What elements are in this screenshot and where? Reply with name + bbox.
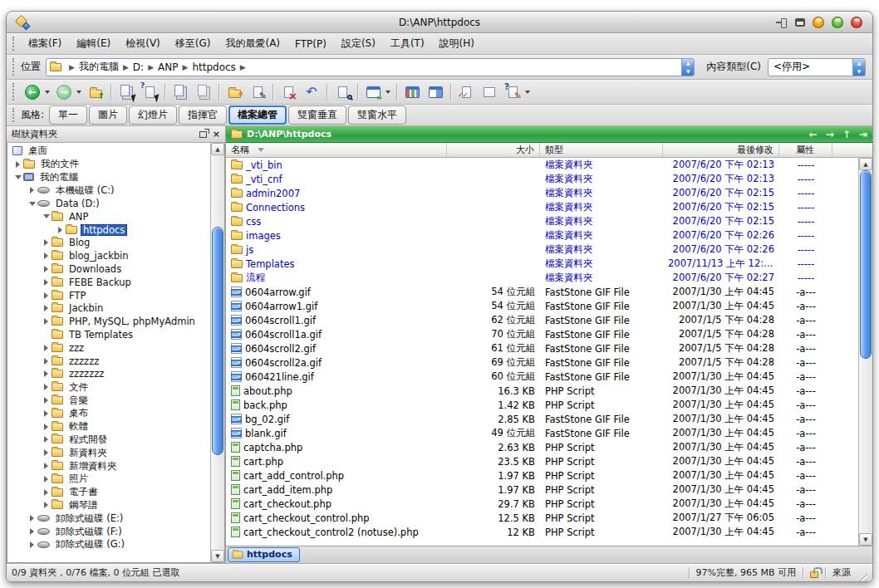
style-tab-slideshow[interactable]: 幻燈片: [129, 105, 177, 125]
unlock-icon[interactable]: [810, 571, 818, 578]
select-copy-button[interactable]: [115, 81, 137, 102]
tree-expander-icon[interactable]: [27, 515, 37, 522]
edit-properties-dropdown-icon[interactable]: [525, 91, 530, 94]
up-button[interactable]: ↑: [85, 81, 106, 102]
sync-panes-button[interactable]: »: [362, 81, 384, 102]
new-folder-button[interactable]: *: [223, 81, 245, 102]
tree-item-12[interactable]: Jackbin: [7, 302, 210, 316]
tree-expander-icon[interactable]: [41, 489, 52, 496]
tree-expander-icon[interactable]: [41, 449, 52, 456]
tab-httpdocs[interactable]: httpdocs: [228, 547, 300, 562]
tree-expander-icon[interactable]: [41, 318, 52, 325]
menu-item-edit[interactable]: 編輯(E): [69, 34, 118, 53]
tree-expander-icon[interactable]: [41, 370, 52, 377]
toolbar-grip[interactable]: [12, 83, 15, 100]
tree-expander-icon[interactable]: [41, 463, 52, 469]
content-type-spinner[interactable]: ▲▼: [852, 59, 865, 76]
menu-grip[interactable]: [12, 37, 15, 51]
tree-expander-icon[interactable]: [12, 161, 23, 168]
copy-button[interactable]: [169, 81, 191, 102]
tree-expander-icon[interactable]: [41, 476, 52, 483]
breadcrumb-spinner[interactable]: ▲▼: [681, 59, 694, 76]
tree-scroll-thumb[interactable]: [212, 227, 223, 456]
file-row-8[interactable]: 流程檔案資料夾2007/6/20 下午 02:27-----: [226, 271, 858, 285]
back-button[interactable]: ←: [22, 81, 43, 102]
rename-button[interactable]: ✎: [247, 81, 268, 102]
minimize-button[interactable]: [813, 17, 824, 28]
file-row-7[interactable]: Templates檔案資料夾2007/11/13 上午 12:15-----: [226, 257, 858, 271]
scroll-down-icon[interactable]: ▼: [859, 533, 872, 546]
file-row-3[interactable]: Connections檔案資料夾2007/6/20 下午 02:15-----: [226, 200, 858, 214]
column-header-1[interactable]: 大小: [447, 143, 540, 157]
file-row-22[interactable]: cart_add_control.php1.97 KBPHP Script200…: [226, 468, 858, 483]
style-tab-explorer[interactable]: 檔案總管: [228, 105, 287, 125]
file-row-15[interactable]: GIF060421line.gif60 位元組FastStone GIF Fil…: [226, 370, 858, 384]
scroll-down-icon[interactable]: ▼: [211, 550, 224, 562]
tree-expander-icon[interactable]: [41, 305, 52, 311]
tree-expander-icon[interactable]: [27, 187, 37, 194]
file-row-25[interactable]: cart_checkout_control.php12.5 KBPHP Scri…: [226, 511, 858, 525]
delete-button[interactable]: ×: [277, 81, 299, 102]
tree-expander-icon[interactable]: [41, 358, 52, 365]
file-row-10[interactable]: GIF0604arrow1.gif54 位元組FastStone GIF Fil…: [226, 299, 858, 313]
tree-item-25[interactable]: 照片: [7, 473, 210, 486]
tree-item-2[interactable]: 我的電腦: [7, 171, 210, 184]
menu-item-favorites[interactable]: 我的最愛(A): [218, 34, 287, 53]
tree-item-8[interactable]: blog_jackbin: [7, 249, 210, 262]
tree-item-22[interactable]: 程式開發: [7, 434, 210, 447]
file-row-23[interactable]: cart_add_item.php1.97 KBPHP Script2007/1…: [226, 483, 858, 497]
dual-pane-button[interactable]: [479, 81, 500, 102]
column-header-0[interactable]: 名稱: [226, 143, 447, 157]
tree-expander-icon[interactable]: [41, 384, 52, 390]
tree-expander-icon[interactable]: [41, 397, 52, 404]
undo-button[interactable]: ↶: [301, 81, 322, 102]
tree-item-16[interactable]: zzzzzz: [7, 355, 210, 368]
forward-arrow-icon[interactable]: →: [826, 129, 834, 140]
file-row-13[interactable]: GIF0604scroll2.gif61 位元組FastStone GIF Fi…: [226, 341, 858, 355]
tree-item-10[interactable]: FEBE Backup: [7, 276, 210, 289]
close-tree-icon[interactable]: ×: [213, 130, 220, 139]
tree-item-18[interactable]: 文件: [7, 380, 210, 394]
tree-item-30[interactable]: 卸除式磁碟 (G:): [7, 538, 210, 551]
style-tab-commander[interactable]: 指揮官: [179, 105, 227, 125]
crumb-3[interactable]: httpdocs: [192, 61, 235, 73]
menu-item-file[interactable]: 檔案(F): [21, 34, 69, 53]
menu-item-settings[interactable]: 設定(S): [334, 34, 383, 53]
tree-item-26[interactable]: 電子書: [7, 486, 210, 499]
column-header-2[interactable]: 類型: [540, 143, 663, 157]
resize-grip[interactable]: [856, 570, 867, 581]
forward-button[interactable]: →: [53, 81, 75, 102]
view-details-button[interactable]: [401, 81, 423, 102]
file-row-9[interactable]: GIF0604arrow.gif54 位元組FastStone GIF File…: [226, 285, 858, 299]
file-row-2[interactable]: admin2007檔案資料夾2007/6/20 下午 02:15-----: [226, 186, 858, 200]
tree-expander-icon[interactable]: [41, 239, 52, 246]
tree-item-19[interactable]: 音樂: [7, 394, 210, 407]
scroll-up-icon[interactable]: ▲: [859, 158, 872, 170]
file-row-24[interactable]: cart_checkout.php29.7 KBPHP Script2007/1…: [226, 497, 858, 511]
tree-item-9[interactable]: Downloads: [7, 262, 210, 276]
tree-item-3[interactable]: 本機磁碟 (C:): [7, 184, 210, 197]
file-row-17[interactable]: back.php1.42 KBPHP Script2007/1/30 上午 04…: [226, 398, 858, 412]
tree-item-21[interactable]: 軟體: [7, 420, 210, 434]
tree-item-httpdocs[interactable]: httpdocs: [7, 223, 210, 237]
tree-expander-icon[interactable]: [41, 252, 52, 259]
sync-panes-dropdown-icon[interactable]: [385, 91, 390, 94]
column-header-4[interactable]: 屬性: [779, 143, 832, 157]
tree-item-1[interactable]: 我的文件: [7, 158, 210, 171]
tree-item-5[interactable]: ANP: [7, 210, 210, 223]
column-header-3[interactable]: 最後修改: [663, 143, 779, 157]
style-tab-dual-horizontal[interactable]: 雙窗水平: [348, 105, 406, 125]
file-row-14[interactable]: GIF0604scroll2a.gif69 位元組FastStone GIF F…: [226, 355, 858, 370]
tree-expander-icon[interactable]: [41, 436, 52, 443]
file-row-4[interactable]: css檔案資料夾2007/6/20 下午 02:15-----: [226, 214, 858, 228]
tree-item-15[interactable]: zzz: [7, 341, 210, 355]
tree-expander-icon[interactable]: [41, 292, 52, 299]
tree-expander-icon[interactable]: [41, 410, 52, 417]
styles-grip[interactable]: [12, 108, 15, 123]
tree-expander-icon[interactable]: [27, 202, 37, 206]
content-type-select[interactable]: <停用> ▲▼: [768, 58, 866, 76]
pin-icon[interactable]: [776, 17, 788, 27]
crumb-2[interactable]: ANP: [158, 61, 178, 73]
tree-item-28[interactable]: 卸除式磁碟 (E:): [7, 512, 210, 525]
tree-item-0[interactable]: 桌面: [7, 145, 210, 158]
